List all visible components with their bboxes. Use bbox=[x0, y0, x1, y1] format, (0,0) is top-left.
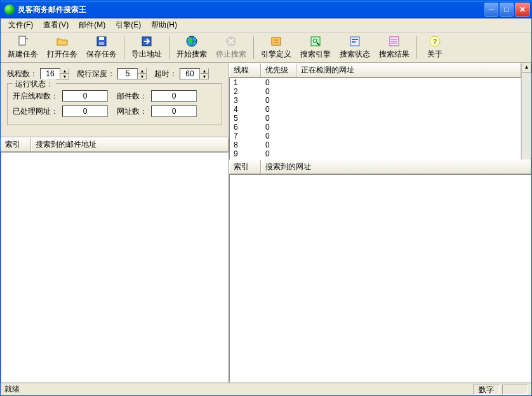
about-button[interactable]: ? 关于 bbox=[420, 33, 450, 62]
left-column: 线程数： ▲▼ 爬行深度： ▲▼ 超时： ▲▼ 运行状态： bbox=[1, 63, 229, 383]
stop-search-button[interactable]: 停止搜索 bbox=[211, 33, 251, 62]
table-row[interactable]: 60 bbox=[230, 123, 521, 132]
thread-priority: 0 bbox=[262, 87, 297, 96]
search-result-icon bbox=[388, 35, 401, 48]
window-title: 灵客商务邮件搜索王 bbox=[18, 4, 484, 15]
depth-input[interactable] bbox=[117, 68, 138, 79]
svg-rect-3 bbox=[99, 42, 104, 45]
timeout-input[interactable] bbox=[180, 68, 200, 79]
url-count-value: 0 bbox=[151, 106, 197, 117]
table-row[interactable]: 20 bbox=[230, 87, 521, 96]
toolbar: 新建任务 打开任务 保存任务 导出地址 开始搜索 停止搜索 引擎定义 搜索引擎 … bbox=[1, 32, 531, 63]
search-state-button[interactable]: 搜索状态 bbox=[335, 33, 375, 62]
status-groupbox: 运行状态： 开启线程数： 0 邮件数： 0 已处理网址： 0 网址数： 0 bbox=[7, 83, 222, 125]
threads-body[interactable]: 102030405060708090100 bbox=[229, 78, 521, 168]
table-row[interactable]: 30 bbox=[230, 96, 521, 105]
open-threads-value: 0 bbox=[62, 90, 108, 102]
mail-col-address[interactable]: 搜索到的邮件地址 bbox=[31, 138, 229, 151]
processed-url-value: 0 bbox=[62, 106, 108, 117]
mail-list-body[interactable] bbox=[1, 152, 229, 383]
table-row[interactable]: 90 bbox=[230, 149, 521, 158]
table-row[interactable]: 50 bbox=[230, 114, 521, 123]
threads-label: 线程数： bbox=[7, 69, 37, 79]
search-engine-button[interactable]: 搜索引擎 bbox=[296, 33, 335, 62]
globe-icon bbox=[185, 35, 198, 48]
thread-id: 3 bbox=[230, 96, 262, 105]
thread-id: 2 bbox=[230, 87, 262, 96]
menu-engine[interactable]: 引擎(E) bbox=[110, 18, 146, 32]
url-list-body[interactable] bbox=[229, 174, 531, 383]
status-num: 数字 bbox=[473, 385, 500, 395]
engine-def-button[interactable]: 引擎定义 bbox=[256, 33, 296, 62]
thread-id: 5 bbox=[230, 114, 262, 123]
svg-rect-2 bbox=[99, 37, 104, 40]
url-col-index[interactable]: 索引 bbox=[229, 160, 261, 174]
svg-rect-8 bbox=[272, 38, 281, 45]
scroll-track[interactable] bbox=[522, 73, 531, 158]
threads-col-url[interactable]: 正在检测的网址 bbox=[296, 64, 521, 77]
search-result-button[interactable]: 搜索结果 bbox=[375, 33, 414, 62]
depth-spinner[interactable]: ▲▼ bbox=[117, 68, 147, 79]
maximize-button[interactable]: □ bbox=[500, 3, 514, 17]
settings-panel: 线程数： ▲▼ 爬行深度： ▲▼ 超时： ▲▼ 运行状态： bbox=[1, 63, 229, 130]
status-empty bbox=[502, 385, 528, 395]
open-task-button[interactable]: 打开任务 bbox=[43, 33, 82, 62]
timeout-down[interactable]: ▼ bbox=[200, 74, 209, 79]
thread-id: 9 bbox=[230, 149, 262, 158]
url-col-url[interactable]: 搜索到的网址 bbox=[261, 160, 531, 174]
minimize-button[interactable]: ─ bbox=[484, 3, 498, 17]
svg-text:?: ? bbox=[433, 38, 437, 45]
timeout-up[interactable]: ▲ bbox=[200, 68, 209, 74]
menu-mail[interactable]: 邮件(M) bbox=[74, 18, 110, 32]
timeout-spinner[interactable]: ▲▼ bbox=[180, 68, 209, 79]
threads-down[interactable]: ▼ bbox=[60, 74, 69, 79]
thread-url bbox=[297, 149, 521, 158]
about-label: 关于 bbox=[427, 49, 442, 60]
save-task-button[interactable]: 保存任务 bbox=[82, 33, 121, 62]
threads-scrollbar[interactable]: ▲ ▼ bbox=[521, 63, 531, 168]
start-search-button[interactable]: 开始搜索 bbox=[172, 33, 211, 62]
mail-list: 索引 搜索到的邮件地址 bbox=[1, 137, 229, 383]
thread-priority: 0 bbox=[262, 78, 297, 87]
mail-count-label: 邮件数： bbox=[112, 91, 147, 102]
threads-up[interactable]: ▲ bbox=[60, 68, 69, 74]
status-legend: 运行状态： bbox=[13, 79, 56, 90]
status-ready: 就绪 bbox=[4, 384, 20, 395]
new-file-icon bbox=[17, 35, 29, 48]
toolbar-separator bbox=[169, 36, 170, 59]
thread-id: 6 bbox=[230, 123, 262, 132]
new-task-button[interactable]: 新建任务 bbox=[3, 33, 43, 62]
threads-spinner[interactable]: ▲▼ bbox=[40, 68, 69, 79]
menu-help[interactable]: 帮助(H) bbox=[146, 18, 182, 32]
help-icon: ? bbox=[429, 35, 441, 48]
mail-list-header: 索引 搜索到的邮件地址 bbox=[1, 137, 229, 152]
engine-def-icon bbox=[270, 35, 283, 48]
threads-header: 线程 优先级 正在检测的网址 bbox=[229, 63, 521, 78]
threads-input[interactable] bbox=[40, 68, 60, 79]
scroll-up-button[interactable]: ▲ bbox=[522, 63, 531, 73]
menu-view[interactable]: 查看(V) bbox=[38, 18, 74, 32]
thread-priority: 0 bbox=[262, 140, 297, 149]
threads-col-thread[interactable]: 线程 bbox=[229, 64, 261, 77]
menu-file[interactable]: 文件(F) bbox=[3, 18, 38, 32]
mail-col-index[interactable]: 索引 bbox=[1, 138, 31, 151]
table-row[interactable]: 80 bbox=[230, 140, 521, 149]
thread-url bbox=[297, 114, 521, 123]
threads-col-priority[interactable]: 优先级 bbox=[261, 64, 296, 77]
depth-up[interactable]: ▲ bbox=[138, 68, 147, 74]
export-addr-button[interactable]: 导出地址 bbox=[127, 33, 166, 62]
table-row[interactable]: 40 bbox=[230, 105, 521, 114]
thread-url bbox=[297, 140, 521, 149]
toolbar-separator bbox=[253, 36, 254, 59]
table-row[interactable]: 70 bbox=[230, 132, 521, 140]
thread-url bbox=[297, 87, 521, 96]
processed-url-label: 已处理网址： bbox=[13, 106, 58, 117]
depth-label: 爬行深度： bbox=[77, 69, 115, 79]
table-row[interactable]: 10 bbox=[230, 78, 521, 87]
stop-search-label: 停止搜索 bbox=[216, 49, 246, 60]
thread-priority: 0 bbox=[262, 114, 297, 123]
mail-count-value: 0 bbox=[151, 90, 197, 102]
depth-down[interactable]: ▼ bbox=[138, 74, 147, 79]
thread-id: 1 bbox=[230, 78, 262, 87]
close-button[interactable]: ✕ bbox=[515, 3, 530, 17]
